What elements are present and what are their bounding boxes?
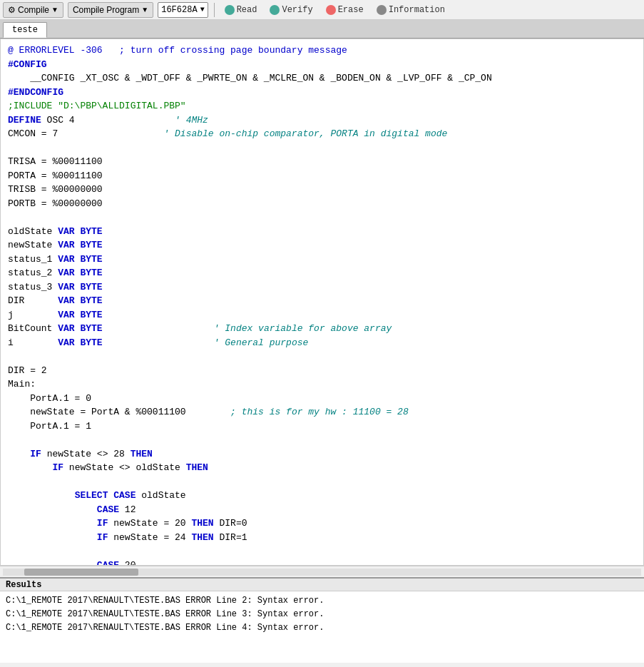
editor-content: @ ERRORLEVEL -306 ; turn off crossing pa…: [1, 39, 643, 566]
scrollbar-track[interactable]: [3, 569, 641, 576]
result-line-2: C:\1_REMOTE 2017\RENAULT\TESTE.BAS ERROR…: [6, 608, 638, 621]
compile-arrow-icon: ▼: [51, 6, 58, 14]
read-icon: [225, 5, 235, 15]
results-header: Results: [0, 577, 644, 591]
compile-program-arrow-icon: ▼: [141, 6, 148, 14]
erase-button[interactable]: Erase: [322, 2, 368, 18]
erase-icon: [326, 5, 336, 15]
results-title: Results: [6, 580, 41, 590]
result-line-1: C:\1_REMOTE 2017\RENAULT\TESTE.BAS ERROR…: [6, 594, 638, 608]
information-icon: [377, 5, 387, 15]
tab-teste-label: teste: [12, 25, 38, 35]
horizontal-scrollbar[interactable]: [0, 566, 644, 577]
compile-icon: ⚙: [8, 5, 16, 15]
compile-label: Compile: [18, 5, 49, 15]
verify-button[interactable]: Verify: [265, 2, 317, 18]
result-line-3: C:\1_REMOTE 2017\RENAULT\TESTE.BAS ERROR…: [6, 621, 638, 635]
tab-teste[interactable]: teste: [3, 22, 47, 38]
tabbar: teste: [0, 20, 644, 39]
compile-program-label: Compile Program: [73, 5, 139, 15]
read-button[interactable]: Read: [220, 2, 262, 18]
results-content: C:\1_REMOTE 2017\RENAULT\TESTE.BAS ERROR…: [0, 591, 644, 663]
chip-selector[interactable]: 16F628A ▼: [158, 2, 208, 18]
separator-1: [214, 3, 215, 17]
erase-label: Erase: [338, 5, 364, 15]
information-button[interactable]: Information: [372, 2, 449, 18]
information-label: Information: [389, 5, 445, 15]
toolbar: ⚙ Compile ▼ Compile Program ▼ 16F628A ▼ …: [0, 0, 644, 20]
read-label: Read: [237, 5, 257, 15]
verify-icon: [270, 5, 280, 15]
editor-container[interactable]: @ ERRORLEVEL -306 ; turn off crossing pa…: [0, 39, 644, 566]
compile-button[interactable]: ⚙ Compile ▼: [3, 2, 63, 18]
chip-value: 16F628A: [161, 5, 197, 15]
scrollbar-thumb[interactable]: [24, 569, 138, 576]
verify-label: Verify: [282, 5, 312, 15]
compile-program-button[interactable]: Compile Program ▼: [68, 2, 153, 18]
chip-dropdown-arrow-icon: ▼: [200, 6, 205, 14]
